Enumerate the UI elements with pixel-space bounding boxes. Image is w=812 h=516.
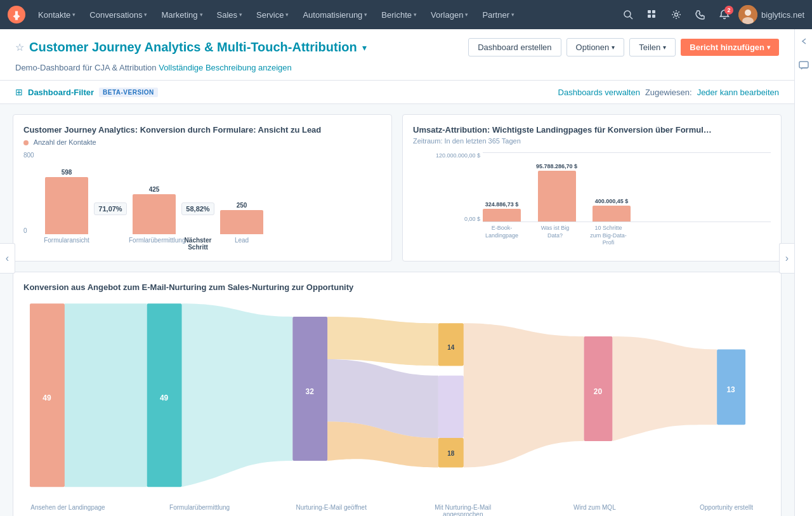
attr-x1: E-Book-Landingpage [483, 225, 521, 247]
right-sidebar [794, 29, 812, 516]
nav-partner[interactable]: Partner ▾ [476, 0, 521, 29]
nav-vorlagen[interactable]: Vorlagen ▾ [424, 0, 475, 29]
stage-label-3: Nurturing-E-Mail geöffnet [293, 504, 369, 516]
dashboard-grid: Customer Journey Analytics: Konversion d… [0, 104, 794, 516]
add-chevron-icon: ▾ [767, 44, 770, 51]
header-actions: Dashboard erstellen Optionen ▾ Teilen ▾ … [468, 38, 779, 56]
sankey-svg: 49 49 32 [23, 297, 771, 500]
phone-button[interactable] [690, 4, 710, 25]
favorite-icon[interactable]: ☆ [15, 41, 24, 53]
funnel-card: Customer Journey Analytics: Konversion d… [13, 114, 392, 261]
svg-point-7 [675, 13, 678, 17]
scroll-left-arrow[interactable]: ‹ [0, 243, 15, 274]
attr-x2: Was ist Big Data? [536, 225, 574, 247]
svg-rect-21 [438, 376, 464, 438]
chevron-down-icon: ▾ [511, 11, 514, 18]
sankey-card: Konversion aus Angebot zum E-Mail-Nurtur… [13, 272, 782, 516]
svg-rect-3 [648, 10, 651, 13]
full-description-link[interactable]: Vollständige Beschreibung anzeigen [159, 63, 292, 72]
svg-rect-26 [799, 62, 808, 68]
options-chevron-icon: ▾ [612, 44, 615, 51]
page-title[interactable]: Customer Journey Analytics & Multi-Touch… [29, 40, 357, 55]
add-report-button[interactable]: Bericht hinzufügen ▾ [681, 39, 779, 56]
stage-label-5: Wird zum MQL [556, 504, 632, 516]
anyone-edit-link[interactable]: Jeder kann bearbeiten [697, 88, 779, 97]
title-dropdown-icon[interactable]: ▾ [362, 43, 367, 53]
stage-label-6: Opportunity erstellt [688, 504, 764, 516]
attribution-card: Umsatz-Attribution: Wichtigste Landingpa… [402, 114, 782, 261]
filter-bar: ⊞ Dashboard-Filter BETA-VERSION Dashboar… [0, 81, 794, 104]
apps-button[interactable] [642, 4, 662, 25]
user-avatar[interactable] [738, 5, 757, 24]
attribution-title: Umsatz-Attribution: Wichtigste Landingpa… [413, 125, 771, 135]
legend-label: Anzahl der Kontakte [34, 138, 96, 146]
attr-bar1: 324.886,73 $ [483, 201, 521, 222]
chevron-down-icon: ▾ [465, 11, 468, 18]
bar1-rect [45, 177, 88, 234]
chevron-down-icon: ▾ [364, 11, 367, 18]
svg-point-9 [745, 10, 751, 16]
nav-automatisierung[interactable]: Automatisierung ▾ [296, 0, 374, 29]
chevron-down-icon: ▾ [144, 11, 147, 18]
filter-left: ⊞ Dashboard-Filter BETA-VERSION [15, 87, 158, 97]
arrow2-badge: 58,82% [181, 202, 214, 215]
bar2-rect [133, 194, 176, 234]
filter-right: Dashboards verwalten Zugewiesen: Jeder k… [558, 88, 779, 97]
top-row: Customer Journey Analytics: Konversion d… [13, 114, 782, 261]
svg-text:49: 49 [43, 394, 51, 402]
nav-sales[interactable]: Sales ▾ [211, 0, 249, 29]
legend-dot [23, 140, 29, 145]
stage-label-2: Formularübermittlung [162, 504, 238, 516]
nav-conversations[interactable]: Conversations ▾ [83, 0, 154, 29]
arrow1: 71,07% [92, 183, 129, 234]
svg-rect-5 [648, 15, 651, 18]
chat-icon[interactable] [797, 58, 811, 72]
share-chevron-icon: ▾ [663, 44, 666, 51]
bar3-rect [220, 210, 263, 234]
attr-x3: 10 Schritte zum Big-Data-Profi [589, 225, 627, 247]
nav-marketing[interactable]: Marketing ▾ [155, 0, 209, 29]
nav-berichte[interactable]: Berichte ▾ [375, 0, 423, 29]
collapse-icon[interactable] [797, 34, 811, 48]
scroll-right-arrow[interactable]: › [779, 243, 794, 274]
y-max-attr: 120.000.000,00 $ [413, 152, 483, 159]
manage-dashboards-link[interactable]: Dashboards verwalten [558, 88, 640, 97]
create-dashboard-button[interactable]: Dashboard erstellen [468, 38, 561, 56]
svg-text:18: 18 [447, 450, 454, 457]
y-axis-min: 0 [23, 227, 34, 234]
x-label-2: Formlarübermittlung [129, 237, 180, 251]
options-button[interactable]: Optionen ▾ [566, 38, 625, 56]
domain-label[interactable]: biglytics.net [761, 10, 804, 20]
y-axis-max: 800 [23, 152, 34, 159]
sankey-chart: 49 49 32 [23, 297, 771, 500]
y-min-attr: 0,00 $ [413, 216, 483, 222]
notifications-button[interactable]: 2 [714, 4, 735, 25]
svg-line-2 [630, 17, 632, 19]
nav-service[interactable]: Service ▾ [250, 0, 295, 29]
notification-badge: 2 [724, 6, 733, 15]
nav-kontakte[interactable]: Kontakte ▾ [32, 0, 82, 29]
main-content: ☆ Customer Journey Analytics & Multi-Tou… [0, 29, 794, 516]
hubspot-logo[interactable] [8, 6, 25, 23]
svg-text:13: 13 [726, 385, 735, 394]
bar1-value: 598 [62, 169, 72, 176]
svg-text:49: 49 [160, 394, 169, 402]
stage-label-4: Mit Nurturing-E-Mail angesprochen [425, 504, 501, 516]
bar2-value: 425 [149, 186, 160, 193]
svg-point-1 [624, 11, 631, 17]
filter-label[interactable]: Dashboard-Filter [28, 88, 94, 97]
search-button[interactable] [618, 4, 638, 25]
svg-text:32: 32 [306, 387, 315, 396]
attr-bar3: 400.000,45 $ [593, 198, 631, 222]
assigned-label: Zugewiesen: [645, 88, 692, 97]
share-button[interactable]: Teilen ▾ [629, 38, 676, 56]
nav-right-actions: 2 biglytics.net [618, 4, 804, 25]
settings-button[interactable] [666, 4, 686, 25]
svg-text:14: 14 [447, 343, 454, 350]
header-description: Demo-Dashboard für CJA & Attribution Vol… [15, 63, 779, 80]
chevron-down-icon: ▾ [200, 11, 203, 18]
arrow1-badge: 71,07% [94, 202, 126, 215]
bar3-value: 250 [237, 202, 247, 209]
chevron-down-icon: ▾ [414, 11, 417, 18]
x-label-3: Lead [216, 237, 267, 251]
